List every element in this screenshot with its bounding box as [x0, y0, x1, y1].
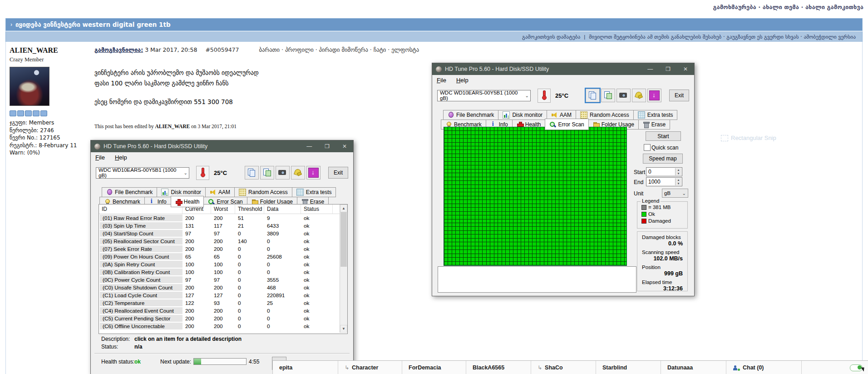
cell: 0	[235, 254, 264, 260]
taskbar-tab-shaco[interactable]: ↳ShaCo	[531, 361, 596, 374]
taskbar-tab-epita[interactable]: epita	[273, 361, 338, 374]
column-header-worst[interactable]: Worst	[211, 204, 235, 214]
taskbar-tab-datunaaa[interactable]: Datunaaa	[661, 361, 726, 374]
start-position-input[interactable]: 0 ▲▼	[646, 167, 682, 176]
unit-select[interactable]: gB ⌄	[662, 189, 688, 198]
copy-button[interactable]	[586, 89, 600, 102]
tab-disk-monitor[interactable]: Disk monitor	[498, 110, 547, 120]
cell: 0	[235, 277, 264, 283]
tab-health[interactable]: Health	[171, 196, 204, 207]
scanning-speed-value: 102.0 MB/s	[637, 255, 683, 262]
camera-button[interactable]	[276, 166, 290, 180]
exit-button[interactable]: Exit	[328, 167, 348, 179]
menu-help[interactable]: Help	[456, 77, 469, 84]
taskbar-tab-character[interactable]: ↳Character	[338, 361, 402, 374]
hand-button[interactable]	[291, 166, 305, 180]
copy-add-button[interactable]	[260, 166, 274, 180]
tab-error-scan[interactable]: Error Scan	[545, 119, 588, 130]
posted-link[interactable]: გამოგზავნილია:	[94, 46, 143, 53]
tab-file-benchmark[interactable]: File Benchmark	[443, 110, 498, 120]
spinner-icon[interactable]: ▲▼	[675, 168, 681, 175]
forum-action-links[interactable]: გამოხმაურება · ახალი თემა · ახალი გამოკი…	[713, 4, 863, 10]
cell: ok	[301, 230, 333, 237]
download-button[interactable]	[647, 89, 661, 102]
smart-row[interactable]: (03) Spin Up Time131117216433ok	[99, 222, 347, 229]
smart-row[interactable]: (09) Power On Hours Count6565025608ok	[99, 253, 347, 260]
taskbar-tab-chat[interactable]: Chat (0)	[726, 361, 802, 374]
camera-icon	[617, 89, 630, 102]
start-position-value: 0	[648, 169, 651, 175]
tab-extra-tests[interactable]: Extra tests	[292, 187, 336, 197]
table-scrollbar[interactable]: ▲ ▼	[340, 204, 347, 333]
scroll-up-icon[interactable]: ▲	[340, 204, 347, 212]
window-titlebar[interactable]: HD Tune Pro 5.60 - Hard Disk/SSD Utility…	[91, 140, 353, 152]
minimize-button[interactable]: —	[306, 144, 312, 149]
smart-row[interactable]: (05) Reallocated Sector Count2002001400o…	[99, 237, 347, 245]
exit-button[interactable]: Exit	[669, 90, 689, 101]
taskbar-tab-blacka6565[interactable]: BlackA6565	[466, 361, 531, 374]
column-header-threshold[interactable]: Threshold	[235, 204, 264, 214]
spinner-icon[interactable]: ▲▼	[675, 178, 681, 185]
camera-button[interactable]	[616, 89, 631, 102]
cell: 200	[182, 323, 211, 329]
scroll-thumb[interactable]	[340, 212, 347, 267]
start-scan-button[interactable]: Start	[646, 131, 681, 141]
column-header-data[interactable]: Data	[264, 204, 301, 214]
tab-erase[interactable]: Erase	[638, 120, 670, 130]
thermometer-icon[interactable]	[196, 166, 209, 180]
maximize-button[interactable]: ❒	[325, 144, 330, 149]
smart-row[interactable]: (C6) Offline Uncorrectable20020000ok	[99, 322, 347, 330]
topic-title[interactable]: იყიდება ვინჩესტერი western digital green…	[15, 21, 171, 28]
download-button[interactable]	[306, 166, 321, 180]
menu-help[interactable]: Help	[115, 154, 127, 161]
elapsed-time-value: 3:12:36	[637, 285, 683, 292]
post-header-links[interactable]: ბარათი · პროფილი · პირადი მიმოწერა · ჩატ…	[259, 46, 419, 53]
menu-file[interactable]: File	[437, 77, 446, 84]
snip-icon	[721, 135, 728, 141]
speed-map-button[interactable]: Speed map	[643, 154, 683, 164]
minimize-button[interactable]: —	[647, 66, 653, 72]
username[interactable]: ALIEN_WARE	[10, 46, 89, 55]
smart-row[interactable]: (0A) Spin Retry Count10010000ok	[99, 260, 347, 268]
column-header-id[interactable]: ID	[99, 204, 182, 214]
smart-row[interactable]: (01) Raw Read Error Rate200200519ok	[99, 214, 347, 222]
smart-row[interactable]: (C2) Temperature12293025ok	[99, 299, 347, 307]
hand-button[interactable]	[632, 89, 646, 102]
rating-pip	[33, 110, 39, 116]
smart-row[interactable]: (C5) Current Pending Sector20020000ok	[99, 314, 347, 322]
menu-file[interactable]: File	[95, 154, 105, 161]
tab-aam[interactable]: AAM	[205, 187, 235, 197]
tab-label: AAM	[218, 189, 230, 195]
tab-random-access[interactable]: Random Access	[234, 187, 292, 197]
smart-row[interactable]: (C0) Unsafe Shutdown Count2002000468ok	[99, 284, 347, 291]
close-button[interactable]: ✕	[683, 66, 688, 72]
end-position-input[interactable]: 1000 ▲▼	[646, 177, 682, 186]
scroll-down-icon[interactable]: ▼	[340, 325, 347, 333]
smart-row[interactable]: (0C) Power Cycle Count979703555ok	[99, 276, 347, 284]
drive-select[interactable]: WDC WD10EARS-00Y5B1 (1000 gB) ⌄	[437, 90, 531, 101]
maximize-button[interactable]: ❒	[666, 66, 671, 72]
drive-select[interactable]: WDC WD10EARS-00Y5B1 (1000 gB) ⌄	[96, 167, 189, 179]
window-titlebar[interactable]: HD Tune Pro 5.60 - Hard Disk/SSD Utility…	[432, 63, 694, 75]
smart-row[interactable]: (0B) Calibration Retry Count10010000ok	[99, 268, 347, 276]
quick-scan-checkbox[interactable]	[644, 144, 651, 151]
smart-table: IDCurrentWorstThresholdDataStatus (01) R…	[99, 204, 348, 334]
taskbar-tab-starblind[interactable]: Starblind	[596, 361, 661, 374]
copy-add-button[interactable]	[601, 89, 615, 102]
close-button[interactable]: ✕	[342, 144, 347, 149]
copy-button[interactable]	[245, 166, 259, 180]
cell: 0	[264, 323, 301, 329]
subbar-links[interactable]: მივიღოთ შეტყობინება ამ თემის განახლების …	[589, 34, 856, 40]
tab-file-benchmark[interactable]: File Benchmark	[102, 187, 157, 197]
cell: 65	[211, 254, 235, 260]
smart-row[interactable]: (C1) Load Cycle Count1271270220891ok	[99, 291, 347, 299]
taskbar-tab-fordemacia[interactable]: ForDemacia	[402, 361, 466, 374]
smart-row[interactable]: (C4) Reallocated Event Count20020000ok	[99, 307, 347, 314]
smart-row[interactable]: (04) Start/Stop Count979703809ok	[99, 229, 347, 237]
tab-extra-tests[interactable]: Extra tests	[633, 110, 678, 120]
thermometer-icon[interactable]	[538, 89, 551, 103]
post-id[interactable]: #50059477	[205, 46, 239, 53]
add-poll-link[interactable]: გამოკითხვის დამატება	[522, 34, 580, 40]
smart-row[interactable]: (07) Seek Error Rate20020000ok	[99, 245, 347, 253]
column-header-status[interactable]: Status	[301, 204, 333, 214]
